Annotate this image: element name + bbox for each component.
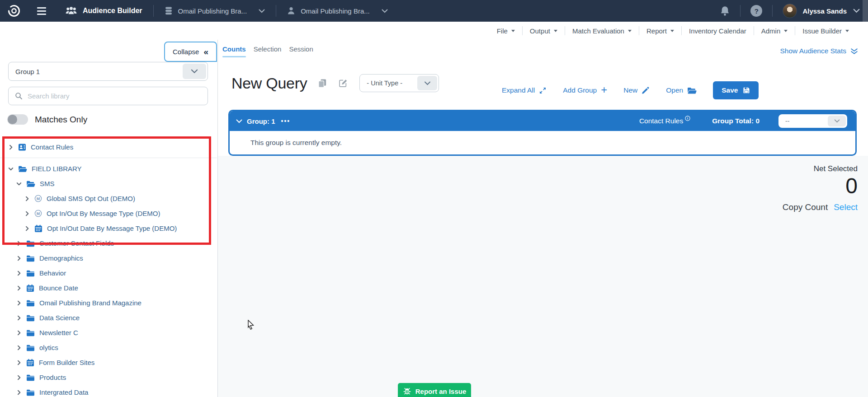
folder-icon	[26, 389, 35, 396]
chevron-right-icon[interactable]	[24, 196, 30, 201]
report-issue-button[interactable]: Report an Issue	[398, 383, 471, 397]
save-button[interactable]: Save	[713, 81, 759, 99]
tab-selection[interactable]: Selection	[254, 45, 282, 57]
chevron-right-icon[interactable]	[16, 300, 22, 306]
menu-item-label: Admin	[761, 27, 781, 35]
contact-rules-label: Contact Rules	[639, 117, 683, 125]
menu-item-label: Output	[530, 27, 550, 35]
unit-type-selector[interactable]: - Unit Type -	[359, 74, 439, 92]
tree-item-data-science[interactable]: Data Science	[0, 310, 217, 325]
chevron-right-icon[interactable]	[8, 145, 14, 150]
tree-item-opt-in-out-date-by-message-type-demo[interactable]: Opt In/Out Date By Message Type (DEMO)	[0, 221, 217, 236]
show-audience-stats-link[interactable]: Show Audience Stats	[780, 47, 859, 55]
chevron-down-icon[interactable]	[16, 181, 22, 187]
menubar: FileOutputMatch EvaluationReportInventor…	[0, 22, 868, 40]
tree-item-label: Opt In/Out By Message Type (DEMO)	[47, 210, 160, 217]
chevron-right-icon[interactable]	[16, 285, 22, 291]
scrollbar-track[interactable]	[863, 0, 868, 22]
open-query-button[interactable]: Open	[666, 86, 697, 94]
chevron-right-icon[interactable]	[16, 315, 22, 321]
folder-icon	[26, 344, 35, 351]
edit-query-icon[interactable]	[339, 79, 348, 88]
menu-item-issue-builder[interactable]: Issue Builder	[795, 27, 856, 35]
open-label: Open	[666, 86, 683, 94]
tree-item-field-library[interactable]: FIELD LIBRARY	[0, 161, 217, 176]
collapse-sidebar-button[interactable]: Collapse «	[164, 42, 217, 62]
chevron-down-icon[interactable]	[417, 76, 437, 90]
chevron-down-icon[interactable]	[828, 116, 846, 126]
chevron-right-icon[interactable]	[24, 226, 30, 231]
chevron-down-icon[interactable]	[853, 9, 860, 13]
tree-item-label: Contact Rules	[31, 143, 73, 151]
tree-item-customer-contact-fields[interactable]: Customer Contact Fields	[0, 236, 217, 251]
menu-item-inventory-calendar[interactable]: Inventory Calendar	[682, 27, 754, 35]
add-group-button[interactable]: Add Group +	[563, 85, 607, 95]
group-selector[interactable]: Group 1	[8, 62, 208, 81]
search-input[interactable]	[28, 92, 201, 100]
tree-item-products[interactable]: Products	[0, 370, 217, 385]
menu-item-output[interactable]: Output	[523, 27, 565, 35]
add-group-label: Add Group	[563, 86, 597, 94]
tree-item-sms[interactable]: SMS	[0, 176, 217, 191]
library-search	[8, 87, 208, 105]
new-query-button[interactable]: New	[623, 86, 650, 94]
hamburger-menu-icon[interactable]	[37, 7, 46, 15]
message-type-icon: M	[34, 210, 42, 217]
tab-session[interactable]: Session	[289, 45, 313, 57]
tree-item-form-builder-sites[interactable]: Form Builder Sites	[0, 355, 217, 370]
copy-query-icon[interactable]	[318, 79, 327, 88]
group-operator-selector[interactable]: --	[778, 114, 847, 128]
tree-item-omail-publishing-brand-magazine[interactable]: Omail Publishing Brand Magazine	[0, 295, 217, 310]
chevron-right-icon[interactable]	[16, 256, 22, 261]
chevron-right-icon[interactable]	[24, 211, 30, 216]
tab-counts[interactable]: Counts	[222, 45, 246, 57]
tree-item-bounce-date[interactable]: Bounce Date	[0, 280, 217, 295]
matches-only-label: Matches Only	[35, 115, 87, 125]
tree-item-opt-in-out-by-message-type-demo[interactable]: MOpt In/Out By Message Type (DEMO)	[0, 206, 217, 221]
tree-item-newsletter-c[interactable]: Newsletter C	[0, 325, 217, 340]
expand-all-label: Expand All	[502, 86, 535, 94]
notifications-bell-icon[interactable]	[720, 5, 730, 17]
chevron-right-icon[interactable]	[16, 271, 22, 276]
plus-icon: +	[601, 84, 607, 95]
folder-icon	[26, 329, 35, 336]
chevron-down-icon[interactable]	[183, 64, 206, 79]
chevron-right-icon[interactable]	[16, 330, 22, 336]
copy-count-select-link[interactable]: Select	[834, 202, 858, 212]
tree-item-label: Data Science	[39, 314, 80, 322]
query-title: New Query	[231, 75, 307, 92]
chevron-down-icon[interactable]	[8, 166, 14, 172]
expand-all-button[interactable]: Expand All	[502, 86, 547, 94]
matches-only-toggle[interactable]	[7, 114, 28, 125]
tree-item-demographics[interactable]: Demographics	[0, 251, 217, 266]
tree-item-behavior[interactable]: Behavior	[0, 266, 217, 280]
tree-item-label: Bounce Date	[39, 284, 78, 292]
tree-item-global-sms-opt-out-demo[interactable]: MGlobal SMS Opt Out (DEMO)	[0, 191, 217, 206]
help-icon[interactable]: ?	[750, 5, 762, 17]
chevron-right-icon[interactable]	[16, 241, 22, 246]
chevron-right-icon[interactable]	[16, 345, 22, 350]
tree-item-contact-rules[interactable]: Contact Rules	[0, 140, 217, 154]
main-content: CountsSelectionSession Show Audience Sta…	[218, 40, 868, 397]
double-chevron-down-icon	[850, 48, 858, 55]
chevron-down-icon[interactable]	[236, 119, 242, 123]
database-selector[interactable]: Omail Publishing Bra...	[165, 6, 265, 15]
user-avatar[interactable]	[783, 4, 797, 18]
profile-selector[interactable]: Omail Publishing Bra...	[287, 6, 388, 15]
menu-item-file[interactable]: File	[490, 27, 522, 35]
calendar-icon	[26, 284, 34, 292]
caret-down-icon	[784, 30, 788, 32]
tree-item-label: Omail Publishing Brand Magazine	[39, 299, 142, 307]
group-menu-dots[interactable]: •••	[281, 117, 291, 125]
tree-item-olytics[interactable]: olytics	[0, 340, 217, 355]
chevron-right-icon[interactable]	[16, 390, 22, 395]
app-logo-icon[interactable]	[7, 4, 21, 18]
menu-item-admin[interactable]: Admin	[754, 27, 795, 35]
tree-item-label: Global SMS Opt Out (DEMO)	[47, 195, 135, 202]
tree-item-intergrated-data[interactable]: Intergrated Data	[0, 385, 217, 397]
menu-item-report[interactable]: Report	[639, 27, 681, 35]
chevron-right-icon[interactable]	[16, 375, 22, 380]
chevron-right-icon[interactable]	[16, 360, 22, 365]
menu-item-match-evaluation[interactable]: Match Evaluation	[565, 27, 639, 35]
contact-rules-link[interactable]: Contact Rules	[639, 117, 690, 125]
